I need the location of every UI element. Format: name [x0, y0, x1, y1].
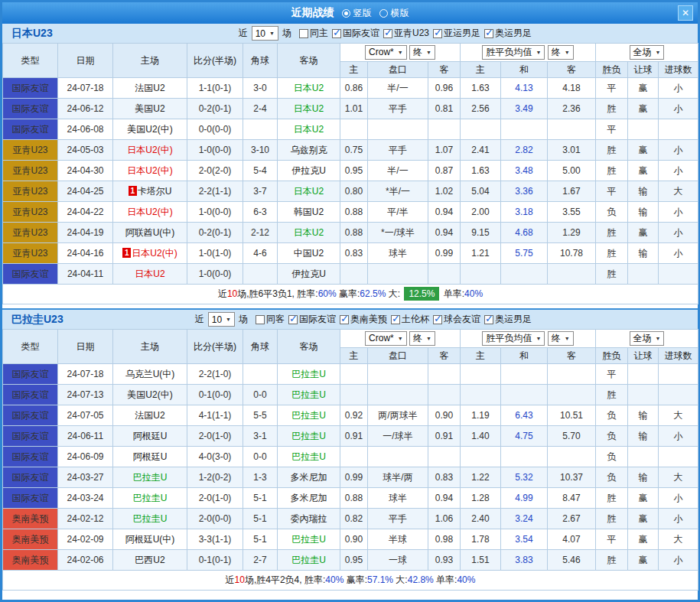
filter-checkbox[interactable]: 同主: [299, 27, 328, 40]
home-team-name: 卡塔尔U: [138, 186, 172, 197]
filter-checkbox[interactable]: 奥运男足: [484, 313, 532, 326]
euro-time-select[interactable]: 终▼: [548, 331, 574, 346]
odds-time-select[interactable]: 终▼: [409, 45, 435, 60]
euro-away-odds-cell: 10.78: [548, 243, 596, 264]
asian-odds-controls: Crow*▼ 终▼: [340, 330, 461, 348]
summary-segment: 60%: [318, 288, 337, 299]
filter-checkbox[interactable]: 土伦杯: [391, 313, 429, 326]
match-row: 国际友谊24-07-13美国U2(中)0-1(0-0)0-0巴拉圭U胜: [3, 385, 698, 405]
away-team-cell: 日本U2: [278, 78, 340, 99]
col-header-result: 胜负: [596, 348, 628, 364]
asian-home-odds-cell: [340, 447, 368, 467]
col-header-date: 日期: [58, 44, 113, 78]
col-header-goals: 进球数: [659, 348, 698, 364]
result-cell: 平: [596, 119, 628, 140]
summary-segment: 近: [226, 574, 235, 585]
home-team-cell: 阿联酋U(中): [113, 223, 187, 243]
checkbox-icon[interactable]: [288, 315, 298, 324]
filter-checkbox[interactable]: 奥运男足: [484, 27, 532, 40]
games-unit-label: 场: [239, 313, 248, 326]
euro-source-select[interactable]: 胜平负均值▼: [482, 45, 545, 60]
games-count-select[interactable]: 10 ▼: [208, 312, 235, 327]
euro-draw-odds-cell: 3.36: [501, 181, 548, 202]
filter-checkbox[interactable]: 亚运男足: [433, 27, 480, 40]
filter-checkbox[interactable]: 国际友谊: [332, 27, 379, 40]
checkbox-icon[interactable]: [340, 315, 349, 324]
vertical-layout-radio[interactable]: 竖版: [342, 7, 372, 20]
type-badge: 国际友谊: [3, 405, 58, 426]
away-team-name: 日本U2: [294, 227, 324, 238]
chevron-down-icon: ▼: [565, 50, 570, 55]
col-header-eu-draw: 和: [501, 348, 548, 364]
euro-draw-odds-cell: 4.68: [501, 223, 548, 243]
euro-source-select[interactable]: 胜平负均值▼: [482, 331, 545, 346]
games-unit-label: 场: [282, 27, 291, 40]
col-header-ah-home: 主: [340, 348, 368, 364]
filter-checkbox[interactable]: 亚青U23: [383, 27, 429, 40]
euro-time-select[interactable]: 终▼: [548, 45, 574, 60]
odds-source-select[interactable]: Crow*▼: [365, 45, 407, 60]
home-team-cell: 乌克兰U(中): [113, 364, 187, 385]
score-cell: 1-2(0-2): [187, 467, 243, 488]
corner-cell: 2-12: [243, 223, 278, 243]
asian-away-odds-cell: 0.99: [428, 243, 461, 264]
scope-select[interactable]: 全场▼: [630, 331, 665, 346]
asian-away-odds-cell: 0.98: [428, 529, 461, 550]
home-team-cell: 巴拉圭U: [113, 467, 187, 488]
checkbox-icon[interactable]: [484, 315, 493, 324]
filter-checkbox[interactable]: 球会友谊: [433, 313, 480, 326]
euro-source-value: 胜平负均值: [486, 46, 532, 59]
checkbox-icon[interactable]: [383, 29, 392, 38]
odds-source-select[interactable]: Crow*▼: [365, 331, 407, 346]
checkbox-icon[interactable]: [299, 29, 308, 38]
checkbox-icon[interactable]: [433, 29, 442, 38]
checkbox-icon[interactable]: [433, 315, 442, 324]
away-team-name: 韩国U2: [294, 207, 324, 217]
summary-segment: 42.8%: [408, 574, 434, 585]
odds-time-select[interactable]: 终▼: [409, 331, 435, 346]
checkbox-icon[interactable]: [484, 29, 493, 38]
filter-checkbox[interactable]: 同客: [256, 313, 285, 326]
checkbox-icon[interactable]: [332, 29, 341, 38]
handicap-cell: *半/一: [368, 181, 428, 202]
games-count-select[interactable]: 10 ▼: [252, 26, 278, 41]
result-cell: 胜: [596, 385, 628, 405]
close-button[interactable]: ✕: [678, 5, 693, 21]
match-row: 亚青U2324-04-161日本U2(中)1-0(1-0)4-6中国U20.83…: [3, 243, 698, 264]
horizontal-layout-radio[interactable]: 横版: [379, 7, 409, 20]
euro-home-odds-cell: 1.63: [461, 161, 501, 181]
score-cell: 1-0(0-0): [187, 264, 243, 285]
result-cell: 胜: [596, 550, 628, 571]
euro-away-odds-cell: [548, 385, 596, 405]
result-cell: 胜: [596, 509, 628, 529]
col-header-result: 胜负: [596, 62, 628, 78]
euro-away-odds-cell: 10.37: [548, 467, 596, 488]
chevron-down-icon: ▼: [269, 31, 275, 36]
summary-segment: 57.1%: [367, 574, 393, 585]
type-badge: 亚青U23: [3, 140, 58, 161]
date-cell: 24-02-06: [58, 550, 113, 571]
handicap-cell: 一/球半: [368, 426, 428, 447]
euro-time-value: 终: [552, 332, 561, 345]
match-row: 国际友谊24-06-11阿根廷U2-0(1-0)3-1巴拉圭U0.91一/球半0…: [3, 426, 698, 447]
handicap-cell: [368, 447, 428, 467]
goals-cell: 大: [659, 529, 698, 550]
asian-home-odds-cell: [340, 385, 368, 405]
goals-cell: [659, 264, 698, 285]
away-team-cell: 伊拉克U: [278, 161, 340, 181]
handicap-cell: [368, 364, 428, 385]
home-team-name: 美国U2: [135, 103, 164, 114]
euro-draw-odds-cell: 5.75: [501, 243, 548, 264]
away-team-name: 多米尼加: [291, 472, 327, 483]
filter-checkbox[interactable]: 奥南美预: [340, 313, 387, 326]
checkbox-icon[interactable]: [256, 315, 265, 324]
corner-cell: 1-3: [243, 467, 278, 488]
chevron-down-icon: ▼: [398, 336, 403, 341]
corner-cell: 3-7: [243, 181, 278, 202]
goals-cell: 小: [659, 550, 698, 571]
asian-away-odds-cell: 0.94: [428, 223, 461, 243]
scope-select[interactable]: 全场▼: [630, 45, 665, 60]
filter-checkbox[interactable]: 国际友谊: [288, 313, 336, 326]
checkbox-icon[interactable]: [391, 315, 400, 324]
asian-home-odds-cell: 0.83: [340, 243, 368, 264]
